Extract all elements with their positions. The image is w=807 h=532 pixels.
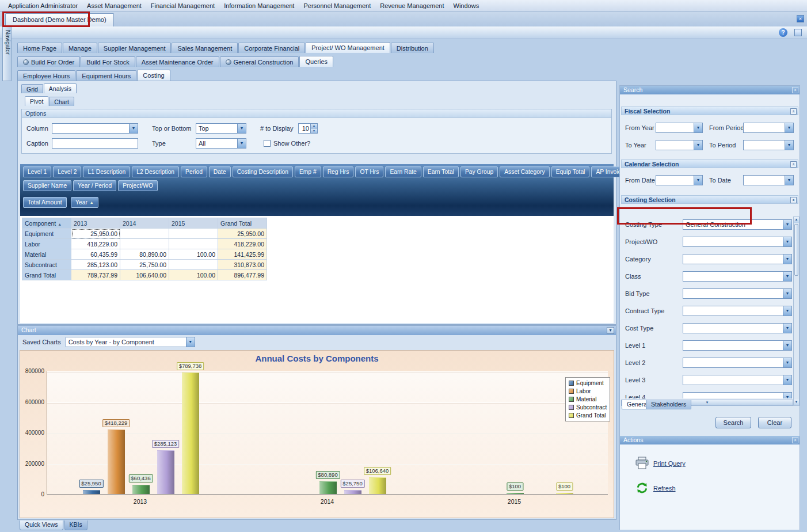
row-label[interactable]: Subcontract — [22, 260, 71, 270]
collapse-icon[interactable]: » — [792, 437, 798, 443]
to-year-select[interactable]: ▼ — [656, 140, 703, 150]
chevron-down-icon[interactable]: ▼ — [783, 393, 791, 398]
tab-build-for-stock[interactable]: Build For Stock — [81, 56, 135, 67]
menu-revenue-management[interactable]: Revenue Management — [375, 1, 448, 10]
pivot-field-project-wo[interactable]: Project/WO — [118, 180, 158, 191]
from-period-select[interactable]: ▼ — [743, 123, 794, 133]
row-label[interactable]: Labor — [22, 239, 71, 249]
caption-input[interactable] — [52, 138, 138, 149]
from-period-value[interactable] — [744, 123, 785, 132]
table-cell[interactable] — [169, 239, 218, 249]
navigator-tab[interactable]: Navigator — [2, 27, 12, 81]
tab-stakeholders[interactable]: Stakeholders — [646, 400, 691, 409]
tab-asset-maintenance-order[interactable]: Asset Maintenance Order — [136, 56, 219, 67]
to-date-select[interactable]: ▼ — [743, 175, 794, 185]
vertical-scrollbar[interactable]: ▲ ▼ — [793, 216, 800, 406]
to-date-value[interactable] — [744, 176, 785, 185]
chevron-down-icon[interactable]: ▼ — [783, 272, 791, 281]
pivot-field-emp-num[interactable]: Emp # — [295, 166, 321, 177]
chevron-down-icon[interactable]: ▼ — [785, 123, 793, 132]
pivot-field-supplier-name[interactable]: Supplier Name — [23, 180, 71, 191]
cost-type-value[interactable] — [683, 324, 783, 333]
top-bottom-select-value[interactable]: Top — [196, 124, 237, 133]
col-header-2015[interactable]: 2015 — [169, 218, 218, 229]
collapse-icon[interactable]: » — [790, 161, 797, 168]
table-cell[interactable]: 418,229.00 — [71, 239, 120, 249]
menu-information-management[interactable]: Information Management — [219, 1, 299, 10]
pivot-field-date[interactable]: Date — [209, 166, 231, 177]
chevron-down-icon[interactable]: ▼ — [785, 140, 793, 150]
scrollbar-thumb[interactable] — [794, 224, 798, 276]
level-1-select[interactable]: ▼ — [683, 340, 792, 351]
to-period-select[interactable]: ▼ — [743, 140, 794, 150]
level-2-value[interactable] — [683, 358, 783, 367]
table-cell[interactable]: 80,890.00 — [120, 249, 169, 260]
layout-icon[interactable] — [794, 29, 802, 36]
tab-sales-management[interactable]: Sales Management — [172, 43, 238, 53]
top-bottom-select[interactable]: Top ▼ — [196, 123, 246, 134]
type-select[interactable]: All ▼ — [196, 138, 246, 149]
level-1-value[interactable] — [683, 341, 783, 350]
row-label[interactable]: Equipment — [22, 229, 71, 239]
tab-supplier-management[interactable]: Supplier Management — [98, 43, 172, 53]
display-count-value[interactable]: 10 — [299, 124, 310, 133]
category-select[interactable]: ▼ — [683, 254, 792, 264]
pivot-field-pay-group[interactable]: Pay Group — [460, 166, 498, 177]
menu-application-administrator[interactable]: Application Administrator — [3, 1, 82, 10]
level-3-select[interactable]: ▼ — [683, 375, 792, 385]
menu-windows[interactable]: Windows — [449, 1, 484, 10]
type-select-value[interactable]: All — [196, 139, 237, 148]
level-2-select[interactable]: ▼ — [683, 358, 792, 368]
from-date-value[interactable] — [656, 176, 694, 185]
collapse-icon[interactable]: » — [792, 87, 798, 93]
tab-equipment-hours[interactable]: Equipment Hours — [76, 70, 136, 81]
chevron-down-icon[interactable]: ▼ — [783, 254, 791, 264]
table-cell[interactable]: 896,477.99 — [218, 270, 267, 280]
category-value[interactable] — [683, 254, 783, 264]
tab-general-construction[interactable]: General Construction — [220, 56, 299, 67]
print-query-link[interactable]: Print Query — [653, 460, 686, 467]
pivot-column-field-year[interactable]: Year▲ — [71, 197, 98, 208]
chevron-down-icon[interactable]: ▼ — [783, 358, 791, 367]
help-icon[interactable]: ? — [779, 28, 787, 37]
cost-type-select[interactable]: ▼ — [683, 323, 792, 333]
costing-type-select[interactable]: General Construction▼ — [683, 219, 792, 230]
from-year-select[interactable]: ▼ — [656, 123, 703, 133]
level-4-value[interactable] — [683, 393, 783, 398]
table-cell[interactable]: 418,229.00 — [218, 239, 267, 249]
from-year-value[interactable] — [656, 123, 694, 132]
pivot-field-earn-total[interactable]: Earn Total — [423, 166, 459, 177]
calendar-selection-header[interactable]: Calendar Selection » — [621, 159, 798, 168]
row-label[interactable]: Material — [22, 249, 71, 260]
display-count-stepper[interactable]: 10 ▲▼ — [298, 123, 318, 134]
window-tab-dashboard[interactable]: Dashboard (Demo Master Demo) — [5, 13, 114, 26]
tab-employee-hours[interactable]: Employee Hours — [17, 70, 75, 81]
menu-asset-management[interactable]: Asset Management — [82, 1, 146, 10]
class-value[interactable] — [683, 272, 783, 281]
contract-type-value[interactable] — [683, 306, 783, 316]
table-cell[interactable]: 141,425.99 — [218, 249, 267, 260]
project-wo-select[interactable]: ▼ — [683, 237, 792, 247]
collapse-icon[interactable]: » — [790, 197, 797, 203]
pivot-field-level-1[interactable]: Level 1 — [23, 166, 51, 177]
pivot-field-l2-description[interactable]: L2 Description — [132, 166, 179, 177]
project-wo-value[interactable] — [683, 237, 783, 246]
pivot-field-reg-hrs[interactable]: Reg Hrs — [323, 166, 354, 177]
pivot-field-earn-rate[interactable]: Earn Rate — [385, 166, 421, 177]
chevron-down-icon[interactable]: ▼ — [783, 289, 791, 298]
close-window-icon[interactable]: ✕ — [797, 15, 804, 22]
level-3-value[interactable] — [683, 375, 783, 385]
column-select-value[interactable] — [52, 124, 129, 133]
scroll-down-icon[interactable]: ▼ — [794, 400, 799, 405]
column-select[interactable]: ▼ — [52, 123, 138, 134]
chevron-down-icon[interactable]: ▼ — [186, 337, 195, 347]
col-header-grand-total[interactable]: Grand Total — [218, 218, 267, 229]
tab-costing[interactable]: Costing — [137, 70, 170, 81]
contract-type-select[interactable]: ▼ — [683, 306, 792, 316]
tab-grid[interactable]: Grid — [21, 84, 43, 93]
tab-pivot[interactable]: Pivot — [25, 96, 48, 106]
level-4-select[interactable]: ▼ — [683, 392, 792, 398]
chevron-down-icon[interactable]: ▼ — [237, 139, 246, 148]
refresh-icon[interactable] — [635, 481, 649, 496]
bid-type-value[interactable] — [683, 289, 783, 298]
